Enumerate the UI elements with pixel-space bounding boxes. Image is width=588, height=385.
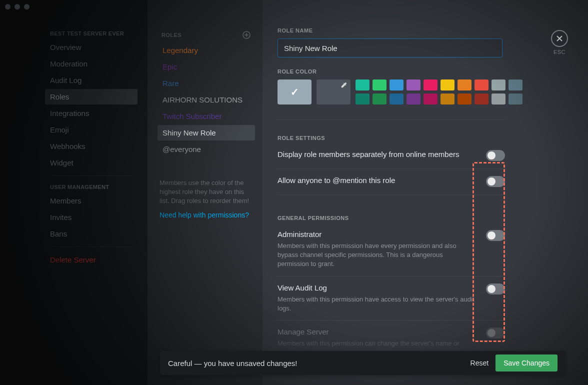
traffic-light-max[interactable] [24, 4, 30, 10]
color-swatch[interactable] [492, 94, 506, 104]
close-settings: ESC [551, 30, 568, 55]
color-swatch[interactable] [356, 80, 370, 90]
reset-button[interactable]: Reset [464, 355, 496, 371]
role-name-input[interactable] [278, 38, 502, 58]
perm-desc: Members with this permission have access… [278, 295, 476, 313]
toggle-knob [488, 232, 496, 240]
traffic-light-close[interactable] [5, 4, 10, 10]
toggle-knob [488, 285, 496, 293]
color-swatch[interactable] [406, 80, 420, 90]
traffic-light-min[interactable] [14, 4, 20, 10]
color-swatch[interactable] [372, 80, 386, 90]
color-picker-row: ✓ [278, 80, 568, 104]
role-item-rare[interactable]: Rare [158, 76, 255, 91]
color-swatch[interactable] [492, 80, 506, 90]
toggle-mention[interactable] [486, 176, 505, 187]
color-swatch[interactable] [508, 94, 522, 104]
close-icon [556, 34, 564, 42]
settings-sidebar: BEST TEST SERVER EVER Overview Moderatio… [0, 0, 148, 385]
color-swatch[interactable] [458, 94, 472, 104]
divider [160, 164, 253, 164]
color-swatch[interactable] [474, 80, 488, 90]
setting-label: Display role members separately from onl… [278, 150, 476, 158]
toggle-knob [488, 329, 496, 337]
sidebar-item-audit-log[interactable]: Audit Log [45, 72, 138, 88]
esc-label: ESC [551, 49, 568, 55]
roles-header: ROLES [162, 32, 182, 38]
sidebar-item-emoji[interactable]: Emoji [45, 122, 138, 138]
perm-view-audit-log: View Audit Log Members with this permiss… [278, 276, 505, 320]
role-item-everyone[interactable]: @everyone [158, 142, 255, 157]
role-detail-panel: ROLE NAME ROLE COLOR ✓ ROLE SETTINGS Dis… [262, 0, 588, 385]
role-item-airhorn[interactable]: AIRHORN SOLUTIONS [158, 92, 255, 108]
sidebar-item-integrations[interactable]: Integrations [45, 106, 138, 121]
role-item-legendary[interactable]: Legendary [158, 42, 255, 58]
permissions-help-link[interactable]: Need help with permissions? [158, 206, 255, 224]
toggle-view-audit-log[interactable] [486, 284, 505, 294]
sidebar-item-roles[interactable]: Roles [45, 89, 138, 104]
role-item-twitch[interactable]: Twitch Subscriber [158, 108, 255, 124]
color-swatch[interactable] [440, 94, 454, 104]
toggle-display-separate[interactable] [486, 150, 505, 161]
color-swatch[interactable] [424, 80, 438, 90]
divider [50, 176, 132, 176]
toggle-knob [488, 152, 496, 160]
color-swatch-custom[interactable] [316, 80, 350, 104]
sidebar-item-moderation[interactable]: Moderation [45, 56, 138, 72]
setting-mention: Allow anyone to @mention this role [278, 169, 505, 195]
setting-display-separate: Display role members separately from onl… [278, 143, 505, 169]
perm-desc: Members with this permission have every … [278, 242, 476, 269]
perm-title: Manage Server [278, 328, 476, 336]
check-icon: ✓ [290, 86, 299, 98]
app-root: BEST TEST SERVER EVER Overview Moderatio… [0, 0, 588, 385]
perm-title: Administrator [278, 230, 476, 238]
divider [50, 246, 132, 247]
role-name-label: ROLE NAME [278, 28, 568, 34]
save-changes-button[interactable]: Save Changes [496, 354, 558, 372]
setting-label: Allow anyone to @mention this role [278, 176, 476, 184]
color-swatch[interactable] [508, 80, 522, 90]
unsaved-changes-bar: Careful — you have unsaved changes! Rese… [160, 351, 566, 375]
roles-header-row: ROLES [158, 28, 255, 42]
color-swatch[interactable] [406, 94, 420, 104]
divider [278, 120, 505, 120]
roles-hint: Members use the color of the highest rol… [158, 172, 255, 206]
unsaved-text: Careful — you have unsaved changes! [168, 359, 464, 368]
general-permissions-header: GENERAL PERMISSIONS [278, 215, 568, 221]
color-swatch[interactable] [390, 80, 404, 90]
eyedropper-icon [340, 82, 348, 90]
sidebar-item-invites[interactable]: Invites [45, 210, 138, 225]
roles-list-column: ROLES Legendary Epic Rare AIRHORN SOLUTI… [148, 0, 262, 385]
color-swatch[interactable] [390, 94, 404, 104]
close-button[interactable] [551, 30, 568, 47]
role-item-epic[interactable]: Epic [158, 59, 255, 74]
toggle-administrator[interactable] [486, 230, 505, 241]
user-mgmt-header: USER MANAGEMENT [45, 181, 138, 193]
role-color-label: ROLE COLOR [278, 68, 568, 74]
perm-title: View Audit Log [278, 284, 476, 292]
color-swatch[interactable] [474, 94, 488, 104]
toggle-manage-server[interactable] [486, 328, 505, 338]
window-controls [5, 4, 30, 10]
sidebar-item-members[interactable]: Members [45, 193, 138, 208]
sidebar-item-webhooks[interactable]: Webhooks [45, 138, 138, 154]
server-name-header: BEST TEST SERVER EVER [45, 28, 138, 40]
sidebar-item-bans[interactable]: Bans [45, 226, 138, 242]
sidebar-item-overview[interactable]: Overview [45, 40, 138, 55]
toggle-knob [488, 178, 496, 186]
color-swatch-default[interactable]: ✓ [278, 80, 312, 104]
color-swatch[interactable] [372, 94, 386, 104]
sidebar-item-delete-server[interactable]: Delete Server [45, 252, 138, 268]
color-swatch[interactable] [440, 80, 454, 90]
color-swatch[interactable] [424, 94, 438, 104]
sidebar-item-widget[interactable]: Widget [45, 155, 138, 170]
role-item-shiny-new[interactable]: Shiny New Role [158, 125, 255, 140]
color-swatch-grid [356, 80, 522, 104]
color-swatch[interactable] [458, 80, 472, 90]
perm-administrator: Administrator Members with this permissi… [278, 223, 505, 276]
color-swatch[interactable] [356, 94, 370, 104]
role-settings-header: ROLE SETTINGS [278, 135, 568, 141]
add-role-icon[interactable] [242, 30, 251, 40]
